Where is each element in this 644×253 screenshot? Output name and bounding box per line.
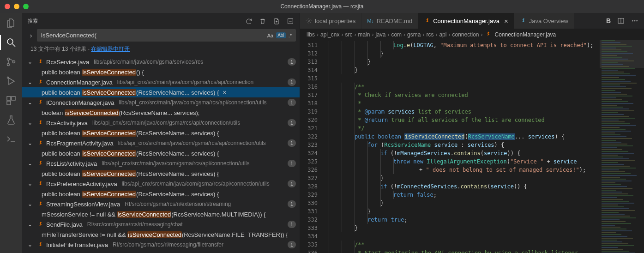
svg-point-9 [308,20,310,22]
regex-icon[interactable]: .* [289,33,292,38]
testing-activity[interactable] [0,114,22,126]
tab-label: ConnectionManager.java [433,18,500,24]
tab[interactable]: Java Overview [514,13,574,29]
breadcrumb-segment[interactable]: api [439,31,446,38]
result-file-path: RI/src/com/gsma/rcs/ri/extension/streami… [125,201,231,207]
clear-icon[interactable] [259,18,266,25]
breadcrumb-segment[interactable]: libs [307,31,315,38]
result-file[interactable]: ⌄InitiateFileTransfer.javaRI/src/com/gsm… [22,240,300,250]
result-count-badge: 1 [288,221,296,228]
run-activity[interactable] [0,76,22,87]
result-line[interactable]: public boolean isServiceConnected(RcsSer… [22,169,300,179]
collapse-icon[interactable] [287,18,294,25]
code-body[interactable]: Log.e(LOGTAG, "Maximum attempts to conne… [324,40,600,253]
result-file[interactable]: ⌄RcsListActivity.javalibs/api_cnx/src/ma… [22,158,300,169]
close-window-icon[interactable] [5,4,10,9]
editor-area: local.propertiesM↓README.mdConnectionMan… [300,13,644,253]
chevron-down-icon[interactable]: ⌄ [28,99,34,106]
extensions-icon [6,95,17,106]
search-results[interactable]: ⌄RcsService.javalibs/api/src/main/java/c… [22,57,300,253]
tab-label: README.md [377,18,412,24]
result-line[interactable]: public boolean isServiceConnected(RcsSer… [22,189,300,199]
result-file[interactable]: ⌄RcsActivity.javalibs/api_cnx/src/main/j… [22,118,300,128]
minimap[interactable] [600,40,644,253]
whole-word-icon[interactable]: Abl [276,32,285,38]
result-file-name: RcsService.java [46,59,89,66]
chevron-down-icon[interactable]: ⌄ [28,160,34,167]
breadcrumb-separator-icon: › [341,31,343,38]
search-input[interactable]: isServiceConnected( Aa Abl .* [37,29,296,42]
more-icon[interactable] [631,17,638,24]
result-file-path: RI/src/com/gsma/rcs/ri/messaging/chat [87,221,183,228]
chevron-down-icon[interactable]: ⌄ [28,79,34,85]
result-line[interactable]: public boolean isServiceConnected(RcsSer… [22,148,300,158]
result-line[interactable]: public boolean isServiceConnected(RcsSer… [22,128,300,138]
result-file[interactable]: ⌄ConnectionManager.javalibs/api_cnx/src/… [22,77,300,87]
dismiss-icon[interactable]: × [223,89,226,96]
chevron-down-icon[interactable]: ⌄ [28,181,34,187]
result-count-badge: 1 [288,58,296,66]
result-file[interactable]: ⌄SendFile.javaRI/src/com/gsma/rcs/ri/mes… [22,219,300,229]
result-line[interactable]: mFileTransferService != null && isServic… [22,229,300,240]
terminal-activity[interactable] [0,134,22,145]
result-count-badge: 1 [288,99,296,106]
split-editor-icon[interactable] [617,17,625,24]
result-file-name: RcsPreferenceActivity.java [46,181,117,187]
explorer-activity[interactable] [0,18,22,29]
toggle-replace-icon[interactable]: › [28,32,34,39]
java-file-icon [37,59,43,65]
result-file-path: libs/api_cnx/src/main/java/com/gsma/rcs/… [117,79,253,85]
breadcrumb-segment[interactable]: api_cnx [320,31,339,38]
result-file-name: SendFile.java [46,221,83,228]
case-sensitive-icon[interactable]: Aa [267,33,273,38]
breadcrumb-segment[interactable]: connection [452,31,479,38]
tab-label: local.properties [315,18,355,24]
breadcrumb-segment[interactable]: java [375,31,385,38]
chevron-down-icon[interactable]: ⌄ [28,59,34,65]
new-file-icon[interactable] [273,18,280,25]
search-input-row: › isServiceConnected( Aa Abl .* [22,29,300,42]
breadcrumb-segment[interactable]: rcs [426,31,433,38]
svg-point-1 [7,58,10,60]
result-file[interactable]: ⌄RcsFragmentActivity.javalibs/api_cnx/sr… [22,138,300,148]
search-activity[interactable] [0,37,22,48]
result-file[interactable]: ⌄StreamingSessionView.javaRI/src/com/gsm… [22,199,300,209]
breadcrumb-segment[interactable]: src [345,31,352,38]
chevron-down-icon[interactable]: ⌄ [28,221,34,228]
close-icon[interactable]: × [504,17,508,25]
minimize-window-icon[interactable] [14,4,19,9]
breadcrumb[interactable]: libs›api_cnx›src›main›java›com›gsma›rcs›… [300,29,644,40]
result-line[interactable]: mSessionService != null && isServiceConn… [22,209,300,219]
svg-rect-5 [7,96,11,100]
result-file[interactable]: ⌄RcsService.javalibs/api/src/main/java/c… [22,57,300,67]
breadcrumb-separator-icon: › [372,31,373,38]
chevron-down-icon[interactable]: ⌄ [28,241,34,248]
open-in-editor-link[interactable]: 在编辑器中打开 [91,46,130,52]
refresh-icon[interactable] [245,18,253,25]
result-line[interactable]: public boolean isServiceConnected() { [22,67,300,77]
bold-action[interactable]: B [606,17,611,24]
extensions-activity[interactable] [0,95,22,106]
chevron-down-icon[interactable]: ⌄ [28,140,34,146]
tab[interactable]: local.properties [300,13,361,29]
tab[interactable]: M↓README.md [361,13,418,29]
code-editor[interactable]: 3113123133143153163173183193203213223233… [300,40,644,253]
scm-activity[interactable] [0,56,22,67]
maximize-window-icon[interactable] [23,4,29,9]
tab[interactable]: ConnectionManager.java× [418,13,514,29]
chevron-down-icon[interactable]: ⌄ [28,201,34,207]
breadcrumb-segment[interactable]: com [391,31,402,38]
activity-bar [0,13,22,253]
result-line[interactable]: boolean isServiceConnected(RcsServiceNam… [22,108,300,118]
run-debug-icon [6,76,17,87]
result-file[interactable]: ⌄IConnectionManager.javalibs/api_cnx/src… [22,97,300,108]
result-file-path: RI/src/com/gsma/rcs/ri/messaging/filetra… [113,241,223,248]
breadcrumb-segment[interactable]: ConnectionManager.java [495,31,556,38]
java-file-icon [37,221,43,228]
svg-point-4 [7,77,9,78]
result-file[interactable]: ⌄RcsPreferenceActivity.javalibs/api_cnx/… [22,179,300,189]
result-line[interactable]: public boolean isServiceConnected(RcsSer… [22,87,300,97]
breadcrumb-segment[interactable]: main [358,31,370,38]
breadcrumb-segment[interactable]: gsma [407,31,421,38]
chevron-down-icon[interactable]: ⌄ [28,120,34,126]
